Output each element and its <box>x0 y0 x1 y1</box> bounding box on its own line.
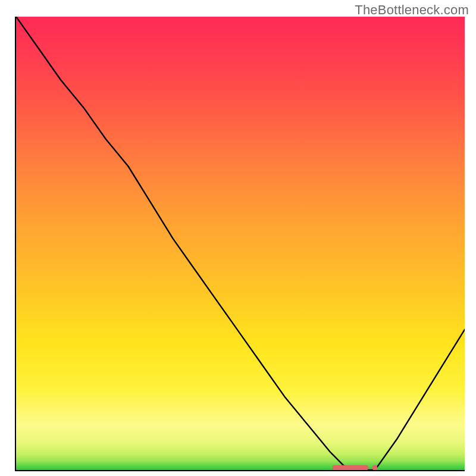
optimal-range-marker <box>333 465 368 470</box>
bottleneck-curve <box>16 17 465 470</box>
watermark-text: TheBottleneck.com <box>355 2 469 18</box>
plot-svg <box>16 17 465 470</box>
axis-y <box>15 17 16 471</box>
optimal-range-end-dot <box>372 465 377 470</box>
plot-area <box>16 17 465 470</box>
axis-x <box>15 470 465 471</box>
